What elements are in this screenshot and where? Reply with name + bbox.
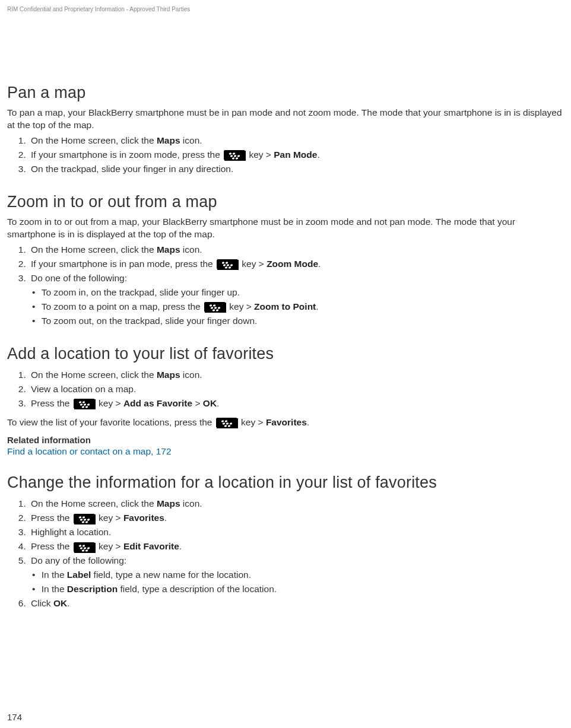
steps-changefav: On the Home screen, click the Maps icon.… — [7, 497, 564, 611]
intro-pan: To pan a map, your BlackBerry smartphone… — [7, 107, 564, 132]
blackberry-key-icon — [217, 259, 238, 269]
section-title-addfav: Add a location to your list of favorites — [7, 345, 564, 363]
list-item: On the Home screen, click the Maps icon. — [28, 133, 564, 148]
text: If your smartphone is in pan mode, press… — [31, 259, 215, 269]
list-item: To zoom in, on the trackpad, slide your … — [33, 285, 564, 300]
text: icon. — [180, 135, 202, 145]
text: key > — [96, 398, 123, 408]
text: On the Home screen, click the — [31, 244, 157, 255]
section-title-pan: Pan a map — [7, 84, 564, 102]
blackberry-key-icon — [204, 302, 226, 312]
maps-label: Maps — [157, 244, 180, 255]
text: To zoom to a point on a map, press the — [42, 301, 203, 311]
text: In the — [42, 570, 67, 580]
text: Press the — [31, 398, 72, 408]
description-field: Description — [67, 584, 118, 594]
list-item: On the Home screen, click the Maps icon. — [28, 368, 564, 382]
section-title-zoom: Zoom in to or out from a map — [7, 193, 564, 211]
zoom-mode-label: Zoom Mode — [267, 259, 318, 269]
pan-mode-label: Pan Mode — [274, 150, 317, 160]
text: Click — [31, 598, 53, 608]
text: . — [317, 150, 319, 160]
text: key > — [239, 417, 266, 427]
list-item: Press the key > Edit Favorite. — [28, 539, 564, 554]
list-item: Click OK. — [28, 596, 564, 611]
text: key > — [96, 541, 123, 551]
zoom-to-point-label: Zoom to Point — [254, 301, 316, 311]
favorites-label: Favorites — [123, 513, 164, 523]
steps-zoom: On the Home screen, click the Maps icon.… — [7, 243, 564, 328]
text: key > — [246, 150, 274, 160]
add-as-favorite-label: Add as Favorite — [123, 398, 192, 408]
text: . — [179, 541, 182, 551]
text: icon. — [180, 498, 202, 508]
text: Do any of the following: — [31, 555, 126, 565]
list-item: To zoom out, on the trackpad, slide your… — [33, 314, 564, 328]
blackberry-key-icon — [216, 418, 237, 428]
list-item: Highlight a location. — [28, 525, 564, 539]
text: . — [164, 513, 167, 523]
favorites-label: Favorites — [266, 417, 307, 427]
list-item: On the Home screen, click the Maps icon. — [28, 243, 564, 257]
sublist-zoom: To zoom in, on the trackpad, slide your … — [31, 285, 564, 328]
maps-label: Maps — [157, 370, 180, 380]
blackberry-key-icon — [74, 514, 95, 524]
follow-addfav: To view the list of your favorite locati… — [7, 415, 564, 429]
text: field, type a description of the locatio… — [118, 584, 277, 594]
blackberry-key-icon — [74, 399, 95, 409]
text: In the — [42, 584, 67, 594]
text: To view the list of your favorite locati… — [7, 417, 215, 427]
text: icon. — [180, 370, 202, 380]
text: Do one of the following: — [31, 273, 127, 283]
text: Press the — [31, 541, 72, 551]
section-title-changefav: Change the information for a location in… — [7, 473, 564, 492]
ok-label: OK — [53, 598, 67, 608]
steps-pan: On the Home screen, click the Maps icon.… — [7, 133, 564, 176]
steps-addfav: On the Home screen, click the Maps icon.… — [7, 368, 564, 411]
list-item: If your smartphone is in pan mode, press… — [28, 257, 564, 271]
text: . — [67, 598, 69, 608]
text: If your smartphone is in zoom mode, pres… — [31, 150, 223, 160]
text: field, type a new name for the location. — [91, 570, 251, 580]
text: . — [307, 417, 309, 427]
text: Press the — [31, 513, 72, 523]
related-info-title: Related information — [7, 435, 564, 445]
text: . — [217, 398, 219, 408]
sublist-changefav: In the Label field, type a new name for … — [31, 568, 564, 596]
maps-label: Maps — [157, 498, 180, 508]
list-item: If your smartphone is in zoom mode, pres… — [28, 148, 564, 162]
intro-zoom: To zoom in to or out from a map, your Bl… — [7, 216, 564, 241]
text: > — [192, 398, 203, 408]
list-item: In the Label field, type a new name for … — [33, 568, 564, 582]
list-item: To zoom to a point on a map, press the k… — [33, 300, 564, 314]
label-field: Label — [67, 570, 91, 580]
related-link[interactable]: Find a location or contact on a map, 172 — [7, 446, 564, 457]
text: icon. — [180, 244, 202, 255]
text: key > — [227, 301, 254, 311]
list-item: On the trackpad, slide your finger in an… — [28, 162, 564, 176]
list-item: Press the key > Add as Favorite > OK. — [28, 396, 564, 411]
text: key > — [96, 513, 123, 523]
blackberry-key-icon — [224, 150, 245, 160]
list-item: On the Home screen, click the Maps icon. — [28, 497, 564, 511]
list-item: Press the key > Favorites. — [28, 511, 564, 525]
list-item: In the Description field, type a descrip… — [33, 582, 564, 596]
list-item: Do one of the following: To zoom in, on … — [28, 271, 564, 328]
page-number: 174 — [7, 712, 22, 722]
text: On the Home screen, click the — [31, 370, 157, 380]
ok-label: OK — [203, 398, 217, 408]
text: . — [316, 301, 318, 311]
maps-label: Maps — [157, 135, 180, 145]
text: On the Home screen, click the — [31, 498, 157, 508]
confidential-header: RIM Confidential and Proprietary Informa… — [7, 6, 564, 12]
edit-favorite-label: Edit Favorite — [123, 541, 179, 551]
text: On the Home screen, click the — [31, 135, 157, 145]
text: . — [318, 259, 321, 269]
blackberry-key-icon — [74, 542, 95, 552]
text: key > — [239, 259, 267, 269]
list-item: Do any of the following: In the Label fi… — [28, 554, 564, 596]
list-item: View a location on a map. — [28, 382, 564, 396]
